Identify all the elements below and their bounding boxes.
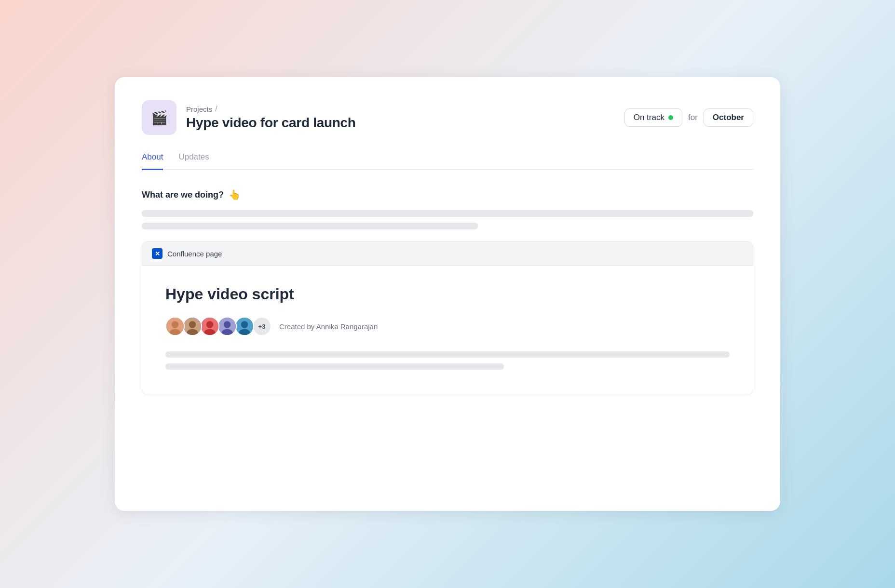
created-by: Created by Annika Rangarajan bbox=[279, 322, 378, 331]
avatar-5-img bbox=[236, 317, 253, 336]
tab-content: What are we doing? 👆 ✕ Confluence page H… bbox=[142, 189, 753, 395]
confluence-page-title: Hype video script bbox=[165, 285, 730, 303]
svg-point-13 bbox=[241, 321, 248, 328]
avatar-5 bbox=[235, 317, 254, 336]
project-icon: 🎬 bbox=[142, 100, 176, 135]
avatar-3 bbox=[200, 317, 219, 336]
conf-skel-1 bbox=[165, 351, 730, 358]
avatar-2-img bbox=[184, 317, 201, 336]
breadcrumb: Projects / bbox=[186, 105, 356, 113]
section-title-text: What are we doing? bbox=[142, 190, 224, 200]
avatar-4 bbox=[217, 317, 237, 336]
header-right: On track for October bbox=[624, 108, 753, 127]
confluence-icon: ✕ bbox=[152, 248, 163, 259]
main-card: 🎬 Projects / Hype video for card launch … bbox=[115, 77, 780, 511]
avatar-2 bbox=[183, 317, 202, 336]
avatar-1 bbox=[165, 317, 185, 336]
tab-updates[interactable]: Updates bbox=[178, 152, 209, 170]
project-icon-emoji: 🎬 bbox=[151, 110, 168, 126]
skeleton-line-2 bbox=[142, 223, 478, 229]
svg-point-7 bbox=[206, 321, 213, 328]
confluence-body: Hype video script bbox=[142, 266, 753, 395]
status-badge[interactable]: On track bbox=[624, 108, 682, 127]
page-title: Hype video for card launch bbox=[186, 115, 356, 131]
svg-point-4 bbox=[189, 321, 196, 328]
breadcrumb-separator: / bbox=[215, 105, 217, 113]
skeleton-line-1 bbox=[142, 210, 753, 217]
status-dot bbox=[668, 115, 673, 120]
tabs-bar: About Updates bbox=[142, 152, 753, 170]
avatars-row: +3 Created by Annika Rangarajan bbox=[165, 317, 730, 336]
confluence-card: ✕ Confluence page Hype video script bbox=[142, 241, 753, 395]
avatar-4-img bbox=[218, 317, 236, 336]
svg-point-10 bbox=[224, 321, 231, 328]
section-title[interactable]: What are we doing? 👆 bbox=[142, 189, 753, 200]
header-titles: Projects / Hype video for card launch bbox=[186, 105, 356, 131]
breadcrumb-link[interactable]: Projects bbox=[186, 105, 212, 113]
confluence-label: Confluence page bbox=[167, 250, 222, 258]
confluence-x-icon: ✕ bbox=[155, 250, 160, 257]
conf-skel-2 bbox=[165, 363, 504, 370]
confluence-card-header: ✕ Confluence page bbox=[142, 241, 753, 266]
avatar-1-img bbox=[166, 317, 184, 336]
tab-about[interactable]: About bbox=[142, 152, 163, 170]
pointer-cursor-icon: 👆 bbox=[229, 189, 241, 200]
month-badge[interactable]: October bbox=[704, 108, 753, 127]
avatar-3-img bbox=[201, 317, 218, 336]
svg-point-1 bbox=[172, 321, 178, 328]
header-left: 🎬 Projects / Hype video for card launch bbox=[142, 100, 356, 135]
page-header: 🎬 Projects / Hype video for card launch … bbox=[142, 100, 753, 135]
status-label: On track bbox=[634, 113, 664, 122]
confluence-skeleton bbox=[165, 351, 730, 370]
avatar-count: +3 bbox=[252, 317, 271, 336]
for-label: for bbox=[688, 113, 698, 122]
